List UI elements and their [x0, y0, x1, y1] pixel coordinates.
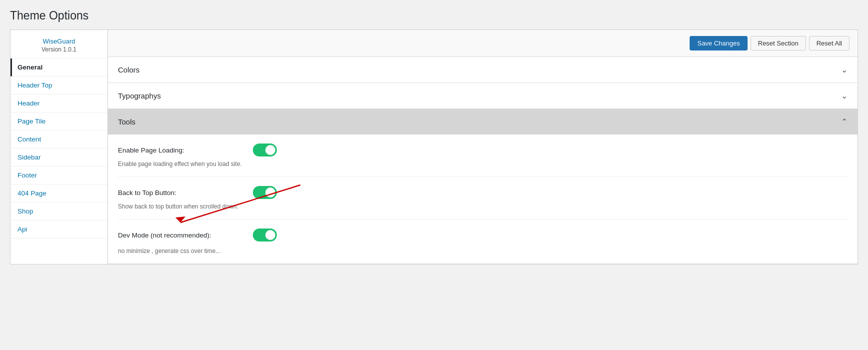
tools-content: Enable Page Loading: Enable page loading…: [108, 134, 858, 264]
sidebar-item-header[interactable]: Header: [10, 94, 107, 112]
sidebar: WiseGuard Version 1.0.1 General Header T…: [10, 30, 107, 264]
tools-chevron-icon: ⌃: [841, 117, 848, 126]
content-header: Save Changes Reset Section Reset All: [108, 30, 858, 57]
tool-row-back-to-top: Back to Top Button: Show back to top but…: [118, 177, 848, 220]
typographys-title: Typographys: [118, 92, 161, 100]
tools-section: Tools ⌃ Enable Page Loading: Enable page…: [108, 109, 858, 264]
typographys-chevron-icon: ⌄: [841, 91, 848, 100]
enable-page-loading-description: Enable page loading effect when you load…: [118, 160, 848, 168]
sidebar-item-404-page[interactable]: 404 Page: [10, 184, 107, 202]
main-layout: WiseGuard Version 1.0.1 General Header T…: [10, 30, 858, 264]
sidebar-item-general[interactable]: General: [10, 58, 107, 76]
sidebar-item-sidebar[interactable]: Sidebar: [10, 148, 107, 166]
content-area: Save Changes Reset Section Reset All Col…: [107, 30, 858, 264]
save-changes-button[interactable]: Save Changes: [690, 36, 747, 50]
sidebar-brand: WiseGuard Version 1.0.1: [10, 30, 107, 58]
dev-mode-label: Dev Mode (not recommended):: [118, 232, 243, 239]
page-title: Theme Options: [0, 0, 868, 30]
colors-chevron-icon: ⌄: [841, 65, 848, 74]
tool-row-dev-mode: Dev Mode (not recommended): no minimize …: [118, 220, 848, 264]
enable-page-loading-toggle[interactable]: [253, 144, 277, 156]
back-to-top-description: Show back to top button when scrolled do…: [118, 203, 848, 210]
colors-title: Colors: [118, 66, 139, 74]
enable-page-loading-label: Enable Page Loading:: [118, 146, 243, 154]
sidebar-version: Version 1.0.1: [15, 46, 102, 53]
dev-mode-slider: [253, 228, 277, 242]
sidebar-brand-link[interactable]: WiseGuard: [42, 38, 75, 45]
sidebar-item-page-tile[interactable]: Page Tile: [10, 112, 107, 130]
sidebar-nav: General Header Top Header Page Tile Cont…: [10, 58, 107, 238]
reset-all-button[interactable]: Reset All: [809, 36, 850, 50]
sidebar-item-content[interactable]: Content: [10, 130, 107, 148]
typographys-section: Typographys ⌄: [108, 83, 858, 109]
tool-row-enable-page-loading: Enable Page Loading: Enable page loading…: [118, 134, 848, 177]
sidebar-item-api[interactable]: Api: [10, 220, 107, 238]
tools-section-header[interactable]: Tools ⌃: [108, 109, 858, 134]
sidebar-item-shop[interactable]: Shop: [10, 202, 107, 220]
back-to-top-toggle[interactable]: [253, 186, 277, 199]
back-to-top-label: Back to Top Button:: [118, 189, 243, 196]
dev-mode-toggle[interactable]: [253, 228, 277, 242]
colors-section-header[interactable]: Colors ⌄: [108, 57, 858, 82]
sidebar-item-header-top[interactable]: Header Top: [10, 76, 107, 94]
colors-section: Colors ⌄: [108, 57, 858, 83]
dev-mode-description: no minimize , generate css over time...: [118, 248, 848, 254]
enable-page-loading-slider: [253, 144, 277, 156]
back-to-top-slider: [253, 186, 277, 199]
typographys-section-header[interactable]: Typographys ⌄: [108, 83, 858, 108]
sidebar-item-footer[interactable]: Footer: [10, 166, 107, 184]
tools-title: Tools: [118, 118, 135, 126]
reset-section-button[interactable]: Reset Section: [751, 36, 806, 50]
